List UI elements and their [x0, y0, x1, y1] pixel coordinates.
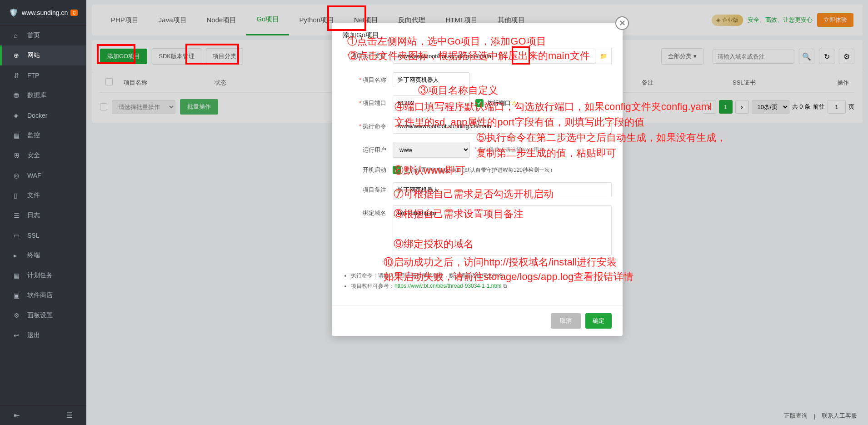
sidebar-item-settings[interactable]: ⚙面板设置	[0, 305, 86, 325]
sidebar-footer: ⇤ ☰	[0, 405, 86, 425]
modal-title: 添加Go项目	[332, 23, 623, 48]
folder-icon: ▯	[14, 192, 21, 199]
ftp-icon: ⇵	[14, 72, 21, 79]
remark-input[interactable]	[393, 182, 612, 197]
confirm-button[interactable]: 确定	[585, 313, 612, 329]
collapse-left-icon[interactable]: ⇤	[14, 411, 20, 420]
site-url: www.sunding.cn	[22, 9, 68, 16]
sidebar-item-waf[interactable]: ◎WAF	[0, 165, 86, 185]
external-link-icon: ⧉	[503, 283, 507, 289]
folder-browse-button[interactable]: 📁	[595, 48, 612, 64]
sidebar-item-ssl[interactable]: ▭SSL	[0, 225, 86, 245]
modal-close-button[interactable]: ✕	[615, 16, 629, 30]
gear-icon: ⚙	[14, 312, 21, 319]
list-toggle-icon[interactable]: ☰	[66, 411, 73, 420]
waf-icon: ◎	[14, 172, 21, 179]
command-input[interactable]	[393, 119, 612, 134]
monitor-icon: ▦	[14, 132, 21, 139]
logout-icon: ↩	[14, 332, 21, 339]
cancel-button[interactable]: 取消	[551, 313, 581, 329]
sidebar-item-docker[interactable]: ◈Docker	[0, 105, 86, 125]
note-2: 项目教程可参考：https://www.bt.cn/bbs/thread-930…	[351, 282, 612, 290]
sidebar-header: 🛡️ www.sunding.cn 0	[0, 0, 86, 25]
globe-icon: ⊕	[14, 52, 21, 59]
allow-port-label: 放行端口	[487, 99, 511, 107]
add-go-modal: ✕ 添加Go项目 *项目执行文件 📁 *项目名称 *项目端口	[332, 23, 623, 336]
sidebar-item-ftp[interactable]: ⇵FTP	[0, 65, 86, 85]
tutorial-link[interactable]: https://www.bt.cn/bbs/thread-93034-1-1.h…	[394, 283, 501, 289]
sidebar: 🛡️ www.sunding.cn 0 ⌂首页 ⊕网站 ⇵FTP ⛃数据库 ◈D…	[0, 0, 86, 425]
main: PHP项目 Java项目 Node项目 Go项目 Python项目 Net项目 …	[86, 0, 868, 425]
sidebar-item-logs[interactable]: ☰日志	[0, 205, 86, 225]
shield-icon: ⛨	[14, 152, 21, 159]
port-input[interactable]	[393, 95, 470, 110]
sidebar-item-terminal[interactable]: ▸终端	[0, 245, 86, 265]
terminal-icon: ▸	[14, 252, 21, 259]
docker-icon: ◈	[14, 112, 21, 119]
domain-textarea[interactable]: bot.sunding.cn	[393, 205, 612, 255]
project-name-input[interactable]	[393, 72, 470, 87]
sidebar-item-home[interactable]: ⌂首页	[0, 25, 86, 45]
allow-port-checkbox[interactable]: ✓	[475, 99, 484, 107]
exec-file-input[interactable]	[393, 49, 595, 64]
sidebar-item-logout[interactable]: ↩退出	[0, 325, 86, 345]
sidebar-item-store[interactable]: ▣软件商店	[0, 285, 86, 305]
ssl-icon: ▭	[14, 232, 21, 239]
sidebar-menu: ⌂首页 ⊕网站 ⇵FTP ⛃数据库 ◈Docker ▦监控 ⛨安全 ◎WAF ▯…	[0, 25, 86, 405]
sidebar-item-monitor[interactable]: ▦监控	[0, 125, 86, 145]
sidebar-item-cron[interactable]: ▦计划任务	[0, 265, 86, 285]
modal-notes: 执行命令：请输入项目需要携带的参数，默认请输入执行文件名 项目教程可参考：htt…	[332, 264, 623, 298]
note-1: 执行命令：请输入项目需要携带的参数，默认请输入执行文件名	[351, 272, 612, 280]
notif-badge[interactable]: 0	[70, 10, 78, 16]
boot-hint: 是否设置开机自动启动（默认自带守护进程每120秒检测一次）	[404, 166, 555, 174]
sidebar-item-database[interactable]: ⛃数据库	[0, 85, 86, 105]
shield-icon: 🛡️	[9, 8, 18, 17]
warning-icon: ⚠	[512, 100, 517, 106]
database-icon: ⛃	[14, 92, 21, 99]
user-select[interactable]: www	[393, 142, 470, 158]
user-hint: * 无特殊需求请选择www用户	[474, 146, 544, 154]
boot-checkbox[interactable]: ✓	[393, 166, 401, 174]
modal-overlay: ✕ 添加Go项目 *项目执行文件 📁 *项目名称 *项目端口	[86, 0, 868, 425]
sidebar-item-files[interactable]: ▯文件	[0, 185, 86, 205]
store-icon: ▣	[14, 292, 21, 299]
sidebar-item-site[interactable]: ⊕网站	[0, 45, 86, 65]
calendar-icon: ▦	[14, 272, 21, 279]
home-icon: ⌂	[14, 32, 21, 39]
sidebar-item-security[interactable]: ⛨安全	[0, 145, 86, 165]
log-icon: ☰	[14, 212, 21, 219]
